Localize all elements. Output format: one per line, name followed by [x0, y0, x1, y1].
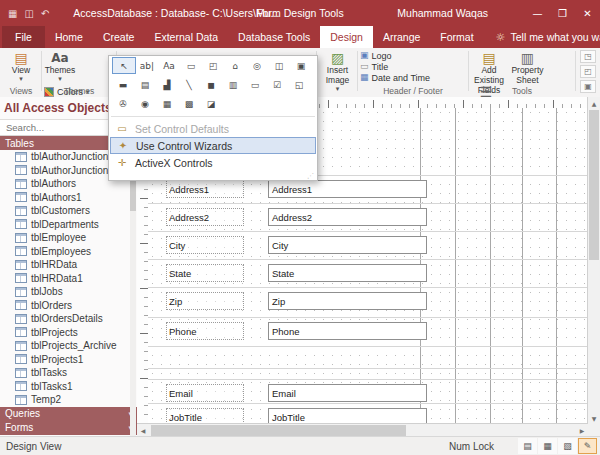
resize-grip-icon[interactable]: ⋰ [307, 172, 314, 180]
option-button-tool[interactable]: ◉ [134, 96, 156, 111]
table-item[interactable]: tblProjects1 [0, 353, 137, 367]
unbound-object-frame-tool[interactable]: ◱ [288, 77, 310, 92]
table-item[interactable]: Temp2 [0, 393, 137, 407]
scroll-down-icon[interactable]: ▼ [588, 412, 600, 424]
field-label-address2[interactable]: Address2 [166, 208, 244, 226]
activex-controls-menu-item[interactable]: ✛ActiveX Controls [110, 154, 316, 171]
navigation-control-tool[interactable]: ◫ [268, 58, 290, 73]
table-item[interactable]: tblTasks1 [0, 380, 137, 394]
tab-control-tool[interactable]: ◰ [202, 58, 224, 73]
tab-format[interactable]: Format [430, 26, 483, 48]
tab-create[interactable]: Create [93, 26, 145, 48]
form-view-shortcut-button[interactable]: ▤ [518, 438, 537, 454]
table-item[interactable]: tblOrders [0, 299, 137, 313]
field-textbox-city[interactable]: City [268, 236, 427, 254]
themes-button[interactable]: Aa Themes ▾ [44, 50, 76, 84]
select-tool[interactable]: ↖ [112, 57, 136, 74]
close-button[interactable]: ✕ [575, 0, 600, 26]
button-tool[interactable]: ▭ [180, 58, 202, 73]
text-box-tool[interactable]: ab| [136, 58, 158, 73]
layout-view-shortcut-button[interactable]: ▧ [558, 438, 577, 454]
web-browser-control-tool[interactable]: ◎ [246, 58, 268, 73]
insert-image-button[interactable]: ▨ Insert Image ▾ [319, 50, 356, 84]
field-label-zip[interactable]: Zip [166, 292, 244, 310]
attachment-tool[interactable]: ✇ [112, 96, 134, 111]
field-textbox-phone[interactable]: Phone [268, 322, 427, 340]
design-view-shortcut-button[interactable]: ✎ [578, 438, 597, 454]
image-tool[interactable]: ◪ [200, 96, 222, 111]
field-textbox-jobtitle[interactable]: JobTitle [268, 408, 427, 424]
maximize-button[interactable]: ❐ [550, 0, 575, 26]
field-label-address1[interactable]: Address1 [166, 180, 244, 198]
table-item[interactable]: tblJobs [0, 285, 137, 299]
scroll-right-icon[interactable]: ▶ [576, 424, 588, 436]
horizontal-scrollbar[interactable]: ◀ ▶ [137, 423, 588, 437]
scroll-left-icon[interactable]: ◀ [137, 424, 149, 436]
label-tool[interactable]: Aa [158, 58, 180, 73]
field-textbox-address2[interactable]: Address2 [268, 208, 427, 226]
list-box-tool[interactable]: ▥ [222, 77, 244, 92]
table-item[interactable]: tblProjects [0, 326, 137, 340]
field-label-jobtitle[interactable]: JobTitle [166, 408, 244, 424]
vertical-scrollbar[interactable]: ▲ ▼ [587, 97, 600, 424]
tab-design[interactable]: Design [320, 26, 373, 48]
table-item[interactable]: tblCustomers [0, 204, 137, 218]
line-tool[interactable]: ╲ [178, 77, 200, 92]
tab-home[interactable]: Home [45, 26, 93, 48]
minimize-button[interactable]: — [525, 0, 550, 26]
bound-object-frame-tool[interactable]: ▩ [178, 96, 200, 111]
field-textbox-state[interactable]: State [268, 264, 427, 282]
chart-tool[interactable]: ▟ [156, 77, 178, 92]
field-label-city[interactable]: City [166, 236, 244, 254]
tab-external-data[interactable]: External Data [144, 26, 228, 48]
option-group-tool[interactable]: ▣ [290, 58, 312, 73]
nav-group-forms[interactable]: Forms▾ [0, 421, 137, 435]
tell-me-box[interactable]: ☼Tell me what you want to do [496, 26, 600, 48]
field-textbox-zip[interactable]: Zip [268, 292, 427, 310]
table-item[interactable]: tblOrdersDetails [0, 312, 137, 326]
date-and-time-button[interactable]: ▦ Date and Time [360, 72, 466, 83]
app-icon[interactable]: ▦ [8, 8, 17, 19]
nav-group-queries[interactable]: Queries▾ [0, 407, 137, 421]
rectangle-tool[interactable]: ▭ [244, 77, 266, 92]
window-cascade-icon[interactable]: ◰ [580, 65, 596, 78]
field-textbox-address1[interactable]: Address1 [268, 180, 427, 198]
scrollbar-thumb[interactable] [589, 110, 599, 260]
undo-icon[interactable]: ↶ [41, 8, 49, 19]
table-item[interactable]: tblAuthors1 [0, 191, 137, 205]
view-button[interactable]: ▤ View ▾ [12, 50, 30, 84]
table-item[interactable]: tblEmployees [0, 245, 137, 259]
account-name[interactable]: Muhammad Waqas [397, 7, 488, 19]
insert-page-break-tool[interactable]: ▬ [112, 77, 134, 92]
table-item[interactable]: tblHRData1 [0, 272, 137, 286]
datasheet-view-shortcut-button[interactable]: ▦ [538, 438, 557, 454]
window-switch-icon[interactable]: ▣ [580, 80, 596, 93]
field-label-email[interactable]: Email [166, 384, 244, 402]
table-item[interactable]: tblDepartments [0, 218, 137, 232]
title-button[interactable]: ▭ Title [360, 61, 466, 72]
field-label-state[interactable]: State [166, 264, 244, 282]
tab-file[interactable]: File [2, 26, 45, 48]
table-item[interactable]: tblTasks [0, 366, 137, 380]
grid-column-line [455, 108, 456, 424]
combo-box-tool[interactable]: ▤ [134, 77, 156, 92]
hyperlink-tool[interactable]: ⌂ [224, 58, 246, 73]
tab-arrange[interactable]: Arrange [373, 26, 430, 48]
field-textbox-email[interactable]: Email [268, 384, 427, 402]
check-box-tool[interactable]: ☑ [266, 77, 288, 92]
property-sheet-button[interactable]: ▥ Property Sheet [511, 50, 543, 84]
scrollbar-thumb[interactable] [151, 425, 406, 436]
toggle-button-tool[interactable]: ◼ [200, 77, 222, 92]
scroll-up-icon[interactable]: ▲ [588, 97, 600, 109]
logo-button[interactable]: ▣ Logo [360, 50, 466, 61]
subform-subreport-tool[interactable]: ▦ [156, 96, 178, 111]
add-existing-fields-button[interactable]: ▤ Add Existing Fields [471, 50, 507, 84]
use-control-wizards-menu-item[interactable]: ✦Use Control Wizards [110, 137, 316, 154]
field-label-phone[interactable]: Phone [166, 322, 244, 340]
window-tile-icon[interactable]: ◳ [580, 50, 596, 63]
save-icon[interactable]: ◫ [24, 8, 33, 19]
table-item[interactable]: tblEmployee [0, 231, 137, 245]
tab-database-tools[interactable]: Database Tools [228, 26, 320, 48]
table-item[interactable]: tblProjects_Archive [0, 339, 137, 353]
table-item[interactable]: tblHRData [0, 258, 137, 272]
